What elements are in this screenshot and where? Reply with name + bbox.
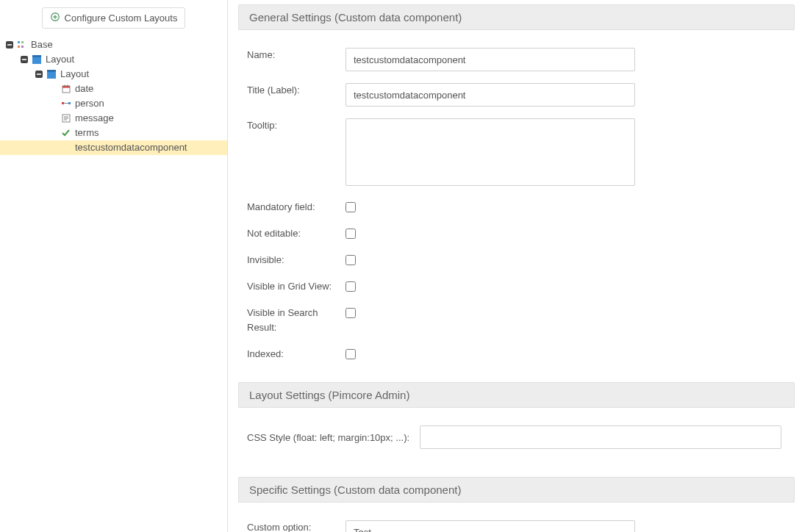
tree-label: terms [75,126,99,140]
svg-rect-3 [18,41,20,43]
collapse-icon[interactable] [4,40,15,50]
svg-rect-14 [47,70,56,72]
svg-rect-16 [62,86,70,88]
name-label: Name: [238,48,345,71]
custom-option-input[interactable] [345,520,635,532]
title-input[interactable] [345,83,635,107]
css-style-input[interactable] [420,425,781,449]
configure-custom-layouts-button[interactable]: Configure Custom Layouts [42,7,186,29]
sidebar: Configure Custom Layouts Base [0,0,228,532]
invisible-label: Invisible: [238,253,345,267]
general-settings-header: General Settings (Custom data component) [238,4,795,30]
invisible-checkbox[interactable] [345,255,356,265]
collapse-icon[interactable] [19,54,29,65]
panel-icon [46,68,57,80]
svg-rect-4 [21,41,24,43]
tree-node-person[interactable]: person [0,96,227,111]
tree-label: Layout [60,67,89,82]
mandatory-label: Mandatory field: [238,200,345,215]
relation-icon [60,98,72,109]
custom-option-label: Custom option: [238,520,345,532]
general-settings-body: Name: Title (Label): Tooltip: Mandatory … [238,30,795,382]
app-root: Configure Custom Layouts Base [0,0,802,532]
grid-label: Visible in Grid View: [238,279,345,294]
tree-label: testcustomdatacomponent [75,140,187,155]
configure-icon [50,12,60,24]
tree-node-base[interactable]: Base [0,37,227,52]
tree-label: Base [31,37,53,52]
title-label: Title (Label): [238,83,345,107]
svg-rect-8 [22,59,26,60]
toolbar: Configure Custom Layouts [0,4,227,35]
checkbox-icon [60,127,72,139]
svg-point-17 [64,85,65,87]
tree-label: person [75,96,104,111]
svg-rect-21 [64,103,68,104]
tooltip-label: Tooltip: [238,118,345,133]
noteditable-checkbox[interactable] [345,229,356,239]
date-icon [60,83,72,95]
svg-rect-2 [7,44,12,46]
specific-settings-body: Custom option: [238,503,795,532]
tooltip-textarea[interactable] [345,118,635,186]
tree-label: Layout [46,52,74,67]
svg-rect-12 [37,73,41,75]
svg-rect-5 [18,46,20,48]
svg-rect-10 [32,55,41,57]
svg-rect-19 [62,102,64,104]
tree-node-message[interactable]: message [0,111,227,126]
svg-point-18 [67,85,68,87]
tree-node-date[interactable]: date [0,82,227,96]
search-label: Visible in Search Result: [238,306,345,335]
layout-settings-header: Layout Settings (Pimcore Admin) [238,382,795,408]
svg-rect-20 [68,102,71,104]
panel-icon [31,54,43,65]
textarea-icon [60,112,72,124]
tree-node-testcustomdatacomponent[interactable]: testcustomdatacomponent [0,140,227,155]
class-icon [16,39,28,51]
configure-label: Configure Custom Layouts [65,12,178,24]
mandatory-checkbox[interactable] [345,202,356,212]
search-checkbox[interactable] [345,308,356,318]
component-icon [60,142,72,154]
grid-checkbox[interactable] [345,281,356,292]
layout-settings-body: CSS Style (float: left; margin:10px; ...… [238,408,795,470]
specific-settings-header: Specific Settings (Custom data component… [238,477,795,503]
tree-node-terms[interactable]: terms [0,126,227,140]
svg-rect-6 [21,46,24,48]
indexed-checkbox[interactable] [345,349,356,359]
indexed-label: Indexed: [238,347,345,362]
css-style-label: CSS Style (float: left; margin:10px; ...… [238,432,420,443]
tree-label: message [75,111,114,126]
collapse-icon[interactable] [34,69,44,79]
tree-node-layout[interactable]: Layout [0,67,227,82]
tree-label: date [75,82,93,96]
tree: Base Layout Layout [0,35,227,155]
noteditable-label: Not editable: [238,226,345,241]
name-input[interactable] [345,48,635,71]
main-panel: General Settings (Custom data component)… [228,0,802,532]
tree-node-layout[interactable]: Layout [0,52,227,67]
